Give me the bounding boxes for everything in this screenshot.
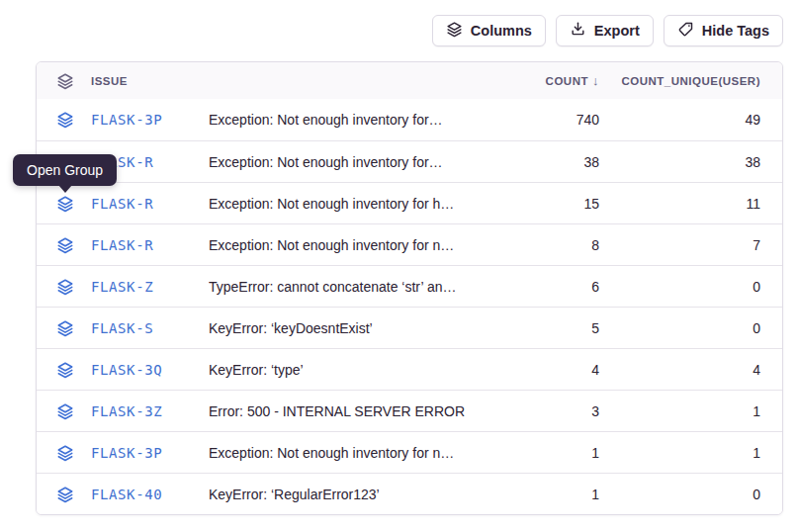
open-group-icon[interactable] — [56, 486, 74, 503]
column-header-count-unique[interactable]: COUNT_UNIQUE(USER) — [599, 75, 760, 87]
count-unique-value: 4 — [599, 362, 760, 378]
column-header-count-label: COUNT — [546, 75, 588, 87]
issue-message: Exception: Not enough inventory for n… — [209, 445, 510, 461]
open-group-icon[interactable] — [56, 111, 74, 129]
issue-link[interactable]: FLASK-3Z — [91, 403, 162, 419]
count-value: 1 — [510, 445, 599, 461]
count-value: 15 — [510, 196, 599, 212]
count-value: 3 — [510, 403, 599, 419]
open-group-icon[interactable] — [56, 195, 74, 213]
open-group-icon[interactable] — [56, 319, 74, 337]
issue-message: Exception: Not enough inventory for n… — [209, 237, 510, 253]
issue-message: TypeError: cannot concatenate ‘str’ an… — [209, 279, 510, 295]
table-row: FLASK-3P Exception: Not enough inventory… — [37, 431, 782, 473]
count-value: 1 — [510, 487, 599, 502]
table-row: FLASK-Z TypeError: cannot concatenate ‘s… — [37, 265, 782, 307]
count-unique-value: 49 — [599, 112, 760, 128]
count-value: 4 — [510, 362, 599, 378]
table-row: FLASK-R Exception: Not enough inventory … — [37, 182, 782, 223]
issue-link[interactable]: FLASK-3P — [91, 112, 162, 128]
columns-button[interactable]: Columns — [432, 15, 546, 46]
column-header-count[interactable]: COUNT ↓ — [510, 73, 599, 88]
issue-link[interactable]: FLASK-R — [91, 196, 153, 212]
issue-message: KeyError: ‘RegularError123’ — [209, 487, 510, 502]
count-unique-value: 0 — [599, 487, 760, 502]
hide-tags-button-label: Hide Tags — [702, 23, 769, 39]
issue-message: KeyError: ‘type’ — [209, 362, 510, 378]
issue-message: Error: 500 - INTERNAL SERVER ERROR — [209, 403, 510, 419]
count-unique-value: 1 — [599, 403, 760, 419]
table-row: FLASK-3P Exception: Not enough inventory… — [37, 99, 782, 140]
export-button[interactable]: Export — [556, 15, 654, 46]
count-value: 6 — [510, 279, 599, 295]
table-header-row: ISSUE COUNT ↓ COUNT_UNIQUE(USER) — [37, 62, 782, 99]
issue-link[interactable]: FLASK-3P — [91, 445, 162, 461]
open-group-icon[interactable] — [56, 444, 74, 462]
issue-link[interactable]: FLASK-40 — [91, 487, 162, 502]
count-unique-value: 0 — [599, 279, 760, 295]
issue-message: Exception: Not enough inventory for… — [209, 154, 510, 170]
open-group-icon[interactable] — [56, 361, 74, 379]
table-row: FLASK-3Q KeyError: ‘type’ 4 4 — [37, 348, 782, 390]
export-button-label: Export — [594, 23, 640, 39]
issue-message: Exception: Not enough inventory for… — [209, 112, 510, 128]
count-unique-value: 7 — [599, 237, 760, 253]
table-row: FLASK-R Exception: Not enough inventory … — [37, 223, 782, 265]
columns-button-label: Columns — [471, 23, 532, 39]
issue-link[interactable]: FLASK-S — [91, 320, 153, 336]
layers-icon — [56, 72, 74, 90]
open-group-icon[interactable] — [56, 236, 74, 254]
count-unique-value: 1 — [599, 445, 760, 461]
issue-link[interactable]: FLASK-R — [91, 237, 153, 253]
open-group-tooltip: Open Group — [13, 154, 117, 186]
count-unique-value: 11 — [599, 196, 760, 212]
download-icon — [570, 21, 586, 41]
open-group-icon[interactable] — [56, 278, 74, 296]
count-value: 740 — [510, 112, 599, 128]
table-row: FLASK-40 KeyError: ‘RegularError123’ 1 0 — [37, 473, 782, 514]
column-header-issue[interactable]: ISSUE — [91, 75, 209, 87]
issue-link[interactable]: FLASK-Z — [91, 279, 153, 295]
hide-tags-button[interactable]: Hide Tags — [664, 15, 783, 46]
issue-link[interactable]: FLASK-3Q — [91, 362, 162, 378]
table-row: FLASK-S KeyError: ‘keyDoesntExist’ 5 0 — [37, 307, 782, 348]
count-value: 5 — [510, 320, 599, 336]
layers-icon — [446, 21, 463, 41]
count-value: 38 — [510, 154, 599, 170]
sort-descending-icon: ↓ — [592, 73, 599, 88]
count-value: 8 — [510, 237, 599, 253]
issue-message: Exception: Not enough inventory for h… — [209, 196, 510, 212]
table-toolbar: Columns Export Hide Tags — [432, 15, 783, 46]
count-unique-value: 0 — [599, 320, 760, 336]
tag-icon — [677, 21, 694, 41]
count-unique-value: 38 — [599, 154, 760, 170]
table-row: FLASK-R Exception: Not enough inventory … — [37, 140, 782, 182]
tooltip-arrow — [58, 185, 72, 193]
issues-table: ISSUE COUNT ↓ COUNT_UNIQUE(USER) FLASK-3… — [36, 61, 783, 515]
table-row: FLASK-3Z Error: 500 - INTERNAL SERVER ER… — [37, 390, 782, 431]
issue-message: KeyError: ‘keyDoesntExist’ — [209, 320, 510, 336]
open-group-icon[interactable] — [56, 402, 74, 420]
